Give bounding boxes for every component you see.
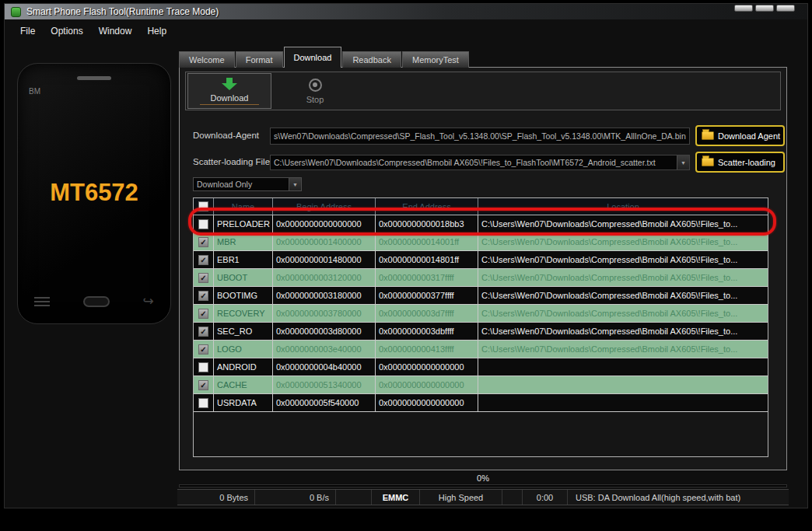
cell-name: UBOOT: [214, 269, 273, 286]
row-checkbox[interactable]: [198, 327, 208, 337]
cell-end-address: 0x000000000317ffff: [376, 269, 478, 286]
tab-format[interactable]: Format: [236, 51, 283, 68]
table-row[interactable]: USRDATA 0x000000005f540000 0x00000000000…: [194, 394, 768, 412]
row-checkbox[interactable]: [198, 255, 208, 265]
download-agent-label: Download-Agent: [193, 131, 259, 140]
row-checkbox[interactable]: [198, 219, 208, 229]
cell-begin-address: 0x0000000003780000: [273, 305, 376, 322]
partition-table: Name Begin Address End Address Location …: [193, 197, 768, 457]
row-checkbox[interactable]: [198, 344, 208, 355]
cell-location: [478, 358, 768, 376]
table-row[interactable]: ANDROID 0x0000000004b40000 0x00000000000…: [194, 358, 768, 376]
phone-nav-bar: ↪: [18, 295, 170, 308]
cell-name: MBR: [214, 233, 273, 250]
download-panel: Download Stop Download-Agent s\Wen07\Dow…: [179, 67, 787, 470]
tab-memorytest[interactable]: MemoryTest: [402, 51, 469, 68]
scatter-loading-button[interactable]: Scatter-loading: [695, 152, 785, 173]
minimize-button[interactable]: [734, 5, 753, 12]
progress-bar: [179, 484, 787, 487]
chevron-down-icon[interactable]: ▼: [677, 155, 689, 169]
cell-name: PRELOADER: [214, 215, 273, 232]
status-rate: 0 B/s: [255, 490, 336, 505]
cell-name: CACHE: [214, 376, 273, 393]
phone-chip-label: MT6572: [18, 179, 170, 207]
cell-end-address: 0x0000000000018bb3: [376, 215, 478, 232]
table-row[interactable]: SEC_RO 0x0000000003d80000 0x0000000003db…: [194, 323, 768, 341]
row-checkbox[interactable]: [198, 309, 208, 319]
menu-item-file[interactable]: File: [12, 23, 43, 39]
cell-begin-address: 0x0000000003e40000: [273, 341, 376, 358]
phone-speaker: [77, 76, 111, 80]
cell-begin-address: 0x0000000001480000: [273, 251, 376, 268]
cell-end-address: 0x000000000377ffff: [376, 287, 478, 304]
row-checkbox[interactable]: [198, 237, 208, 247]
cell-begin-address: 0x0000000003180000: [273, 287, 376, 304]
cell-end-address: 0x0000000000000000: [376, 394, 478, 411]
column-header-begin[interactable]: Begin Address: [273, 198, 376, 215]
cell-location: C:\Users\Wen07\Downloads\Compressed\Bmob…: [478, 269, 768, 286]
table-row[interactable]: BOOTIMG 0x0000000003180000 0x00000000037…: [194, 287, 768, 305]
folder-icon: [702, 131, 714, 140]
download-button-label: Download: [200, 93, 260, 105]
scatter-file-input[interactable]: C:\Users\Wen07\Downloads\Compressed\Bmob…: [270, 155, 690, 170]
row-checkbox[interactable]: [198, 398, 208, 408]
download-agent-button[interactable]: Download Agent: [695, 125, 785, 146]
phone-back-icon: ↪: [142, 295, 153, 308]
status-usb: USB: DA Download All(high speed,with bat…: [568, 490, 789, 505]
phone-brand: BM: [29, 87, 40, 96]
tab-welcome[interactable]: Welcome: [179, 51, 235, 68]
chevron-down-icon[interactable]: ▼: [289, 178, 301, 190]
menu-item-window[interactable]: Window: [91, 23, 140, 39]
tab-readback[interactable]: Readback: [342, 51, 401, 68]
cell-begin-address: 0x0000000051340000: [273, 376, 376, 393]
window-title: Smart Phone Flash Tool(Runtime Trace Mod…: [26, 6, 219, 17]
table-row[interactable]: UBOOT 0x0000000003120000 0x000000000317f…: [194, 269, 768, 287]
row-checkbox[interactable]: [198, 291, 208, 301]
phone-menu-icon: [34, 301, 50, 302]
cell-end-address: 0x000000000413ffff: [376, 341, 478, 358]
table-row[interactable]: MBR 0x0000000001400000 0x00000000014001f…: [194, 233, 768, 251]
menu-bar: File Options Window Help: [5, 21, 807, 41]
cell-location: C:\Users\Wen07\Downloads\Compressed\Bmob…: [478, 233, 768, 250]
cell-location: [478, 394, 768, 411]
cell-name: BOOTIMG: [214, 287, 273, 304]
column-header-name[interactable]: Name: [214, 198, 273, 215]
cell-end-address: 0x00000000014801ff: [376, 251, 478, 268]
column-header-location[interactable]: Location: [478, 198, 768, 215]
menu-item-help[interactable]: Help: [139, 23, 174, 39]
maximize-button[interactable]: [755, 5, 774, 12]
close-button[interactable]: [776, 5, 795, 12]
cell-location: [478, 376, 768, 393]
download-button[interactable]: Download: [187, 73, 271, 109]
status-storage: EMMC: [372, 490, 420, 505]
cell-begin-address: 0x000000005f540000: [273, 394, 376, 411]
status-time: 0:00: [523, 490, 568, 505]
tab-download[interactable]: Download: [284, 47, 342, 68]
column-header-end[interactable]: End Address: [376, 198, 478, 215]
status-speed: High Speed: [420, 490, 502, 505]
table-row[interactable]: CACHE 0x0000000051340000 0x0000000000000…: [194, 376, 768, 394]
download-agent-input[interactable]: s\Wen07\Downloads\Compressed\SP_Flash_To…: [270, 128, 690, 145]
row-checkbox[interactable]: [198, 380, 208, 390]
row-checkbox[interactable]: [198, 362, 208, 372]
header-checkbox[interactable]: [198, 201, 208, 211]
cell-location: C:\Users\Wen07\Downloads\Compressed\Bmob…: [478, 341, 768, 358]
table-row[interactable]: RECOVERY 0x0000000003780000 0x0000000003…: [194, 305, 768, 323]
cell-begin-address: 0x0000000003d80000: [273, 323, 376, 340]
cell-begin-address: 0x0000000000000000: [273, 215, 376, 232]
menu-item-options[interactable]: Options: [43, 23, 90, 39]
table-row[interactable]: PRELOADER 0x0000000000000000 0x000000000…: [194, 215, 768, 233]
table-row[interactable]: LOGO 0x0000000003e40000 0x000000000413ff…: [194, 341, 768, 358]
cell-end-address: 0x00000000014001ff: [376, 233, 478, 250]
row-checkbox[interactable]: [198, 273, 208, 283]
cell-begin-address: 0x0000000001400000: [273, 233, 376, 250]
mode-select[interactable]: Download Only ▼: [193, 177, 302, 191]
cell-name: USRDATA: [214, 394, 273, 411]
cell-name: RECOVERY: [214, 305, 273, 322]
status-bar: 0 Bytes 0 B/s EMMC High Speed 0:00 USB: …: [177, 489, 789, 505]
mode-select-value: Download Only: [197, 180, 252, 189]
cell-location: C:\Users\Wen07\Downloads\Compressed\Bmob…: [478, 287, 768, 304]
scatter-button-label: Scatter-loading: [718, 158, 775, 167]
stop-button[interactable]: Stop: [273, 73, 357, 109]
table-row[interactable]: EBR1 0x0000000001480000 0x00000000014801…: [194, 251, 768, 269]
